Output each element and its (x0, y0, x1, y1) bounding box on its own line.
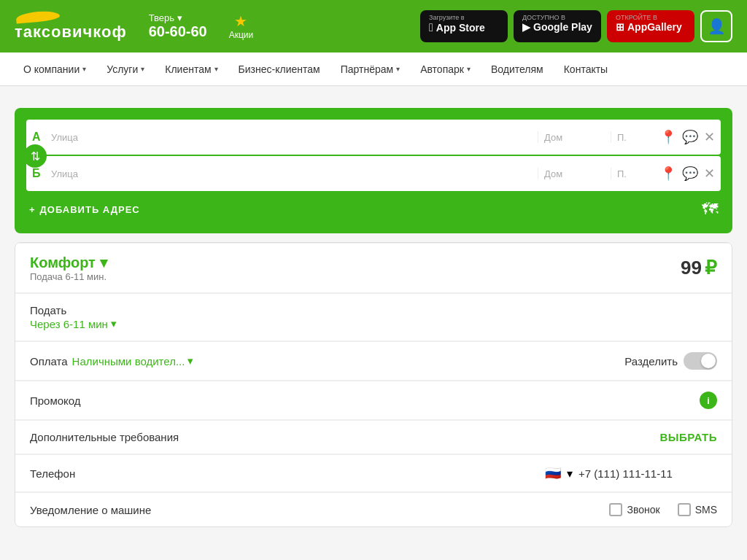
schedule-panel: Подать Через 6-11 мин ▾ (15, 293, 732, 341)
app-buttons: Загрузите в  App Store ДОСТУПНО В ▶ Goo… (420, 10, 732, 42)
user-icon: 👤 (708, 18, 726, 35)
tariff-name-label: Комфорт (30, 254, 96, 271)
notification-label: Уведомление о машине (30, 504, 151, 516)
logo-text: таксовичкоф (15, 23, 127, 41)
sms-checkbox-wrapper[interactable]: SMS (678, 503, 717, 516)
addr-icons-b: 📍 💬 ✕ (660, 166, 715, 182)
tariff-selector[interactable]: Комфорт ▾ (30, 254, 107, 271)
location-pin-button-b[interactable]: 📍 (660, 166, 676, 182)
tariff-price: 99 ₽ (681, 257, 717, 279)
house-input-a[interactable] (538, 131, 611, 143)
add-address-button[interactable]: + ДОБАВИТЬ АДРЕС (29, 204, 140, 215)
notification-options: Звонок SMS (609, 503, 717, 516)
phone-panel: Телефон 🇷🇺 ▾ (15, 454, 732, 491)
zvonok-checkbox[interactable] (609, 503, 622, 516)
street-input-b[interactable] (51, 168, 538, 179)
phone-input-field[interactable] (578, 467, 717, 480)
zvonok-checkbox-wrapper[interactable]: Звонок (609, 503, 659, 516)
comment-button-a[interactable]: 💬 (682, 129, 698, 145)
nav-item-drivers[interactable]: Водителям (482, 52, 552, 86)
app-store-sub: Загрузите в (429, 14, 465, 21)
comment-icon: 💬 (682, 129, 698, 145)
phone-label: Телефон (30, 467, 75, 480)
nav-item-services[interactable]: Услуги ▾ (98, 52, 153, 86)
add-address-row: + ДОБАВИТЬ АДРЕС 🗺 (26, 192, 721, 222)
point-a-label: А (32, 131, 45, 144)
country-code-arrow[interactable]: ▾ (567, 467, 573, 481)
google-play-name: ▶ Google Play (522, 21, 592, 33)
toggle-knob (701, 354, 716, 368)
payment-value[interactable]: Наличными водител... ▾ (72, 354, 194, 368)
chevron-down-icon: ▾ (396, 65, 400, 73)
logo-swoosh (16, 9, 61, 23)
city-arrow: ▾ (177, 12, 182, 23)
location-pin-icon: 📍 (660, 129, 676, 145)
akcii-button[interactable]: ★ Акции (229, 12, 254, 40)
notification-panel: Уведомление о машине Звонок SMS (15, 492, 732, 526)
app-store-button[interactable]: Загрузите в  App Store (420, 10, 508, 42)
user-account-button[interactable]: 👤 (700, 10, 732, 42)
swap-icon: ⇅ (31, 149, 40, 163)
requirements-panel: Дополнительные требования ВЫБРАТЬ (15, 420, 732, 454)
tariff-left: Комфорт ▾ Подача 6-11 мин. (30, 254, 107, 282)
city-selector[interactable]: Тверь ▾ (149, 12, 207, 23)
order-form: А 📍 💬 ✕ ⇅ (15, 108, 732, 233)
apt-input-b[interactable] (611, 168, 654, 179)
chevron-down-icon: ▾ (214, 65, 218, 73)
star-icon: ★ (234, 12, 247, 30)
app-gallery-name: ⊞ AppGallery (616, 21, 682, 33)
logo: таксовичкоф (15, 12, 127, 41)
nav-item-partners[interactable]: Партнёрам ▾ (332, 52, 409, 86)
nav-item-clients[interactable]: Клиентам ▾ (156, 52, 226, 86)
payment-label: Оплата (30, 355, 68, 368)
app-gallery-button[interactable]: ОТКРОЙТЕ В ⊞ AppGallery (607, 10, 694, 42)
location-pin-icon: 📍 (660, 166, 676, 182)
map-button[interactable]: 🗺 (702, 200, 718, 219)
google-play-button[interactable]: ДОСТУПНО В ▶ Google Play (514, 10, 601, 42)
nav-item-business[interactable]: Бизнес-клиентам (230, 52, 329, 86)
app-gallery-sub: ОТКРОЙТЕ В (616, 14, 657, 21)
nav-item-autopark[interactable]: Автопарк ▾ (411, 52, 479, 86)
apt-input-a[interactable] (611, 131, 654, 143)
house-input-b[interactable] (538, 168, 611, 179)
promo-panel: Промокод i (15, 381, 732, 419)
swap-points-button[interactable]: ⇅ (23, 144, 47, 168)
google-icon: ▶ (522, 21, 530, 33)
schedule-label: Подать (30, 304, 66, 316)
split-toggle-switch[interactable] (684, 352, 717, 370)
clear-button-a[interactable]: ✕ (704, 129, 715, 145)
schedule-value[interactable]: Через 6-11 мин ▾ (30, 317, 117, 330)
sms-checkbox[interactable] (678, 503, 691, 516)
phone-input-row: 🇷🇺 ▾ (545, 465, 717, 481)
comment-icon: 💬 (682, 166, 698, 182)
nav-item-about[interactable]: О компании ▾ (15, 52, 95, 86)
address-rows: А 📍 💬 ✕ ⇅ (26, 120, 721, 191)
clear-button-b[interactable]: ✕ (704, 166, 715, 182)
app-store-name:  App Store (429, 21, 485, 34)
apple-icon:  (429, 21, 433, 34)
chevron-down-icon: ▾ (100, 254, 107, 271)
zvonok-label: Звонок (627, 504, 659, 516)
city-label: Тверь (149, 12, 174, 23)
choose-requirements-button[interactable]: ВЫБРАТЬ (659, 431, 717, 443)
chevron-down-icon: ▾ (187, 354, 193, 368)
addr-icons-a: 📍 💬 ✕ (660, 129, 715, 145)
promo-info-button[interactable]: i (700, 392, 717, 409)
chevron-down-icon: ▾ (82, 65, 86, 73)
tariff-panel: Комфорт ▾ Подача 6-11 мин. 99 ₽ (15, 243, 732, 292)
location-pin-button-a[interactable]: 📍 (660, 129, 676, 145)
map-icon: 🗺 (702, 200, 718, 218)
main-content: А 📍 💬 ✕ ⇅ (0, 86, 747, 542)
header-phone[interactable]: 60-60-60 (149, 23, 207, 40)
main-nav: О компании ▾ Услуги ▾ Клиентам ▾ Бизнес-… (0, 52, 747, 86)
header: таксовичкоф Тверь ▾ 60-60-60 ★ Акции Заг… (0, 0, 747, 52)
payment-left: Оплата Наличными водител... ▾ (30, 354, 193, 368)
plus-icon: + (29, 204, 36, 215)
requirements-label: Дополнительные требования (30, 431, 179, 443)
close-icon: ✕ (704, 129, 715, 145)
close-icon: ✕ (704, 166, 715, 182)
akcii-label: Акции (229, 30, 254, 40)
nav-item-contacts[interactable]: Контакты (555, 52, 616, 86)
street-input-a[interactable] (51, 131, 538, 143)
comment-button-b[interactable]: 💬 (682, 166, 698, 182)
